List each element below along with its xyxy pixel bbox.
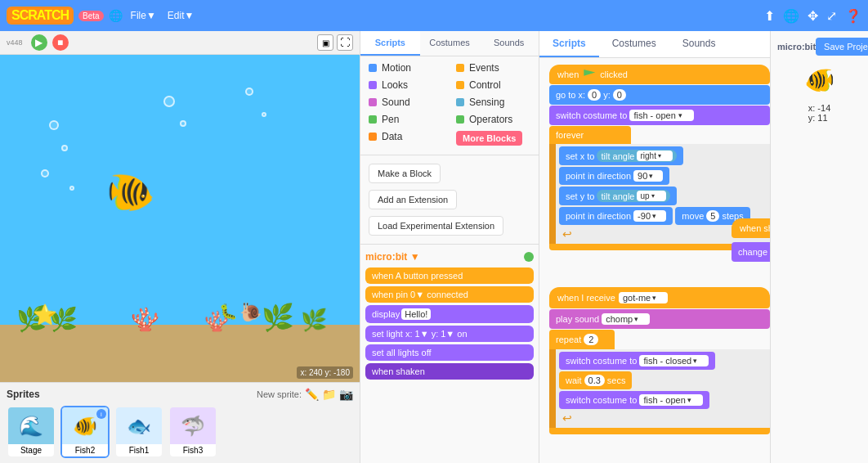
sprite-stage[interactable]: 🌊 Stage [7, 406, 56, 458]
control-label: Control [469, 79, 501, 91]
tabs: Scripts Costumes Sounds [360, 31, 539, 56]
goto-xy-block[interactable]: go to x: 0 y: 0 [549, 85, 770, 105]
goto-y-input[interactable]: 0 [613, 89, 626, 101]
right-dropdown[interactable]: right▾ [637, 151, 672, 161]
make-block-button[interactable]: Make a Block [369, 164, 441, 183]
wait-block[interactable]: wait 0.3 secs [559, 371, 632, 389]
small-creature: 🐌 [239, 302, 262, 323]
operators-label: Operators [469, 114, 512, 125]
category-events[interactable]: Events [451, 60, 535, 76]
bubble [245, 88, 253, 96]
file-menu[interactable]: File▼ [128, 8, 159, 23]
set-all-lights-block[interactable]: set all lights off [365, 344, 534, 361]
globe2-icon[interactable]: 🌐 [783, 8, 799, 24]
costume-closed-dropdown[interactable]: fish - closed ▾ [639, 355, 709, 366]
when-shaken-row: when shaken ▶ 變顏色不能執行，不然... [732, 218, 770, 238]
when-shaken-hat[interactable]: when shaken [732, 218, 770, 238]
script-tab-costumes[interactable]: Costumes [599, 31, 669, 57]
bubble [180, 120, 186, 127]
set-y-tilt-block[interactable]: set y to tilt angle up▾ [559, 187, 677, 205]
when-pin-block[interactable]: when pin 0▼ connected [365, 286, 534, 303]
sprite-fish1[interactable]: 🐟 Fish1 [114, 406, 163, 458]
microbit-label[interactable]: micro:bit ▼ [365, 251, 420, 263]
upload-sprite-button[interactable]: 📁 [322, 388, 336, 401]
category-sensing[interactable]: Sensing [451, 94, 535, 110]
switch-costume-open2-block[interactable]: switch costume to fish - open ▾ [559, 391, 709, 409]
stop-button[interactable]: ■ [52, 34, 69, 51]
load-experimental-button[interactable]: Load Experimental Extension [369, 216, 503, 236]
resize-icon[interactable]: ⤢ [826, 8, 837, 24]
forever-hat[interactable]: forever [549, 126, 631, 144]
category-more-blocks[interactable]: More Blocks [451, 128, 535, 148]
point-direction-neg90-block[interactable]: point in direction -90▾ [559, 207, 673, 225]
receive-dropdown[interactable]: got-me ▾ [619, 292, 668, 303]
category-control[interactable]: Control [451, 77, 535, 93]
motion-label: Motion [382, 62, 411, 74]
repeat-block: repeat 2 switch costume to fish - closed… [549, 330, 770, 434]
script-tab-sounds[interactable]: Sounds [669, 31, 729, 57]
category-operators[interactable]: Operators [451, 111, 535, 128]
camera-sprite-button[interactable]: 📷 [339, 388, 353, 401]
play-sound-block[interactable]: play sound chomp ▾ [549, 309, 770, 329]
more-blocks-label[interactable]: More Blocks [456, 131, 522, 146]
green-flag-button[interactable]: ▶ [31, 34, 47, 51]
tilt-angle-right-oval: tilt angle right▾ [597, 150, 676, 162]
display-block[interactable]: display Hello! [365, 305, 534, 323]
stage-thumbnail: 🌊 [8, 407, 54, 444]
help-icon[interactable]: ❓ [845, 8, 861, 24]
category-looks[interactable]: Looks [364, 77, 448, 93]
change-color-effect-block[interactable]: change color ▾ effect by 25 [732, 242, 770, 262]
sprites-list: 🌊 Stage 🐠 i Fish2 🐟 Fish1 🦈 Fish3 [7, 406, 353, 458]
direction-90-dropdown[interactable]: 90▾ [633, 170, 663, 182]
bubble [163, 96, 175, 107]
move-icon[interactable]: ✥ [808, 8, 818, 24]
set-x-tilt-block[interactable]: set x to tilt angle right▾ [559, 146, 683, 165]
bubble [49, 120, 59, 130]
sprite-fish2[interactable]: 🐠 i Fish2 [60, 406, 110, 458]
fish1-thumbnail: 🐟 [116, 407, 162, 444]
add-extension-button[interactable]: Add an Extension [369, 190, 457, 209]
sprite-fish3[interactable]: 🦈 Fish3 [168, 406, 217, 458]
script-tab-scripts[interactable]: Scripts [539, 31, 599, 57]
switch-costume-closed-block[interactable]: switch costume to fish - closed ▾ [559, 352, 715, 370]
sprite-preview: 🐠 [795, 59, 844, 100]
fullscreen-button[interactable]: ⛶ [337, 34, 353, 51]
info-badge[interactable]: i [96, 409, 106, 419]
steps-input[interactable]: 5 [706, 210, 719, 222]
tab-costumes[interactable]: Costumes [420, 31, 480, 56]
tilt-angle-up-oval: tilt angle up▾ [597, 190, 669, 202]
save-project-button[interactable]: Save Project [816, 38, 868, 56]
globe-icon[interactable]: 🌐 [109, 9, 123, 22]
tab-sounds[interactable]: Sounds [479, 31, 539, 56]
tab-scripts[interactable]: Scripts [360, 31, 420, 56]
fish3-label: Fish3 [170, 444, 216, 456]
sound-dropdown[interactable]: chomp ▾ [602, 313, 650, 325]
category-pen[interactable]: Pen [364, 111, 448, 128]
costume-dropdown[interactable]: fish - open ▾ [629, 110, 693, 121]
when-a-button-block[interactable]: when A button pressed [365, 267, 534, 284]
main-layout: v448 ▶ ■ ▣ ⛶ 🌿 🌿 🌿 🌿 [0, 31, 868, 463]
category-sound[interactable]: Sound [364, 94, 448, 110]
category-motion[interactable]: Motion [364, 60, 448, 76]
seaweed: 🌿 [262, 302, 294, 333]
direction-neg90-dropdown[interactable]: -90▾ [633, 210, 666, 222]
when-receive-hat[interactable]: when I receive got-me ▾ [549, 287, 770, 308]
set-light-block[interactable]: set light x: 1▼ y: 1▼ on [365, 326, 534, 342]
small-stage-button[interactable]: ▣ [317, 34, 333, 51]
draw-sprite-button[interactable]: ✏️ [305, 388, 319, 401]
upload-icon[interactable]: ⬆ [764, 8, 775, 24]
point-direction-90-block[interactable]: point in direction 90▾ [559, 167, 669, 185]
wait-input[interactable]: 0.3 [584, 375, 605, 386]
repeat-hat[interactable]: repeat 2 [549, 330, 615, 349]
when-clicked-hat-1[interactable]: when clicked [549, 65, 770, 84]
display-input[interactable]: Hello! [401, 308, 431, 320]
switch-costume-open-block[interactable]: switch costume to fish - open ▾ [549, 106, 770, 125]
edit-menu[interactable]: Edit▼ [164, 8, 198, 23]
when-shaken-block[interactable]: when shaken [365, 363, 534, 380]
up-dropdown[interactable]: up▾ [637, 191, 665, 201]
script-group-3: when shaken ▶ 變顏色不能執行，不然... change color… [732, 218, 770, 262]
costume-open2-dropdown[interactable]: fish - open ▾ [639, 394, 702, 406]
category-data[interactable]: Data [364, 128, 448, 145]
repeat-input[interactable]: 2 [584, 334, 598, 345]
goto-x-input[interactable]: 0 [588, 89, 601, 101]
